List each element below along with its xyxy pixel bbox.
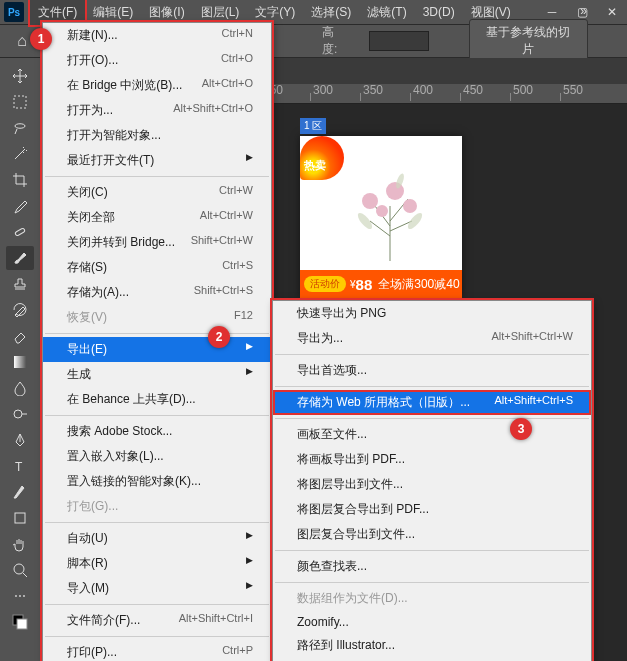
- promo-tag: 活动价: [304, 276, 346, 292]
- move-tool-icon[interactable]: [6, 64, 34, 88]
- file-menu-item[interactable]: 文件简介(F)...Alt+Shift+Ctrl+I: [43, 608, 271, 633]
- export-menu-item[interactable]: 将画板导出到 PDF...: [273, 447, 591, 472]
- brush-tool-icon[interactable]: [6, 246, 34, 270]
- height-label: 高度:: [322, 24, 349, 58]
- artboard[interactable]: 1 区 热卖 活动价 ¥88 全场满300减40: [300, 136, 462, 298]
- edit-toolbar-icon[interactable]: ⋯: [6, 584, 34, 608]
- svg-point-14: [406, 211, 425, 231]
- file-menu-item[interactable]: 在 Behance 上共享(D)...: [43, 387, 271, 412]
- file-menu-item[interactable]: 关闭全部Alt+Ctrl+W: [43, 205, 271, 230]
- heal-tool-icon[interactable]: [6, 220, 34, 244]
- pen-tool-icon[interactable]: [6, 428, 34, 452]
- close-button[interactable]: ✕: [597, 0, 627, 24]
- maximize-button[interactable]: ▢: [567, 0, 597, 24]
- menu-filter[interactable]: 滤镜(T): [359, 0, 414, 25]
- export-menu-item[interactable]: 路径到 Illustrator...: [273, 633, 591, 658]
- hand-tool-icon[interactable]: [6, 532, 34, 556]
- file-menu-item[interactable]: 存储(S)Ctrl+S: [43, 255, 271, 280]
- svg-rect-2: [14, 356, 26, 368]
- svg-rect-1: [15, 228, 26, 236]
- file-menu-item[interactable]: 导出(E)▶: [43, 337, 271, 362]
- svg-point-9: [362, 193, 378, 209]
- shape-tool-icon[interactable]: [6, 506, 34, 530]
- file-menu-item[interactable]: 生成▶: [43, 362, 271, 387]
- history-brush-tool-icon[interactable]: [6, 298, 34, 322]
- svg-point-6: [14, 564, 24, 574]
- home-icon[interactable]: ⌂: [12, 31, 32, 51]
- menu-3d[interactable]: 3D(D): [415, 1, 463, 23]
- tools-panel: T ⋯: [0, 58, 40, 661]
- callout-2: 2: [208, 326, 230, 348]
- file-menu-item[interactable]: 打印(P)...Ctrl+P: [43, 640, 271, 661]
- export-menu-item[interactable]: 数据组作为文件(D)...: [273, 586, 591, 611]
- path-tool-icon[interactable]: [6, 480, 34, 504]
- file-menu-item[interactable]: 在 Bridge 中浏览(B)...Alt+Ctrl+O: [43, 73, 271, 98]
- file-menu-item[interactable]: 打包(G)...: [43, 494, 271, 519]
- marquee-tool-icon[interactable]: [6, 90, 34, 114]
- export-submenu-dropdown: 快速导出为 PNG导出为...Alt+Shift+Ctrl+W导出首选项...存…: [272, 300, 592, 661]
- menu-file[interactable]: 文件(F): [30, 0, 85, 25]
- file-menu-item[interactable]: 关闭(C)Ctrl+W: [43, 180, 271, 205]
- export-menu-item[interactable]: 图层复合导出到文件...: [273, 522, 591, 547]
- svg-point-13: [356, 211, 375, 231]
- file-menu-item[interactable]: 自动(U)▶: [43, 526, 271, 551]
- slice-button[interactable]: 基于参考线的切片: [469, 19, 588, 63]
- svg-text:T: T: [15, 460, 23, 474]
- menu-layer[interactable]: 图层(L): [193, 0, 248, 25]
- file-menu-item[interactable]: 导入(M)▶: [43, 576, 271, 601]
- svg-point-12: [376, 205, 388, 217]
- file-menu-item[interactable]: 打开(O)...Ctrl+O: [43, 48, 271, 73]
- callout-3: 3: [510, 418, 532, 440]
- color-swatch-icon[interactable]: [6, 610, 34, 634]
- height-input[interactable]: [369, 31, 429, 51]
- lasso-tool-icon[interactable]: [6, 116, 34, 140]
- product-image: [340, 166, 440, 266]
- gradient-tool-icon[interactable]: [6, 350, 34, 374]
- promo-price: 88: [356, 276, 373, 293]
- file-menu-item[interactable]: 脚本(R)▶: [43, 551, 271, 576]
- svg-point-3: [14, 410, 22, 418]
- minimize-button[interactable]: ─: [537, 0, 567, 24]
- svg-rect-5: [15, 513, 25, 523]
- file-menu-item[interactable]: 新建(N)...Ctrl+N: [43, 23, 271, 48]
- export-menu-item[interactable]: 存储为 Web 所用格式（旧版）...Alt+Shift+Ctrl+S: [273, 390, 591, 415]
- stamp-tool-icon[interactable]: [6, 272, 34, 296]
- export-menu-item[interactable]: 导出首选项...: [273, 358, 591, 383]
- file-menu-item[interactable]: 关闭并转到 Bridge...Shift+Ctrl+W: [43, 230, 271, 255]
- dodge-tool-icon[interactable]: [6, 402, 34, 426]
- file-menu-item[interactable]: 最近打开文件(T)▶: [43, 148, 271, 173]
- export-menu-item[interactable]: 将图层导出到文件...: [273, 472, 591, 497]
- promo-text: 全场满300减40: [378, 276, 459, 293]
- svg-point-11: [403, 199, 417, 213]
- menu-edit[interactable]: 编辑(E): [85, 0, 141, 25]
- export-menu-item[interactable]: 将图层复合导出到 PDF...: [273, 497, 591, 522]
- eyedropper-tool-icon[interactable]: [6, 194, 34, 218]
- wand-tool-icon[interactable]: [6, 142, 34, 166]
- file-menu-item[interactable]: 存储为(A)...Shift+Ctrl+S: [43, 280, 271, 305]
- callout-1: 1: [30, 28, 52, 50]
- menu-image[interactable]: 图像(I): [141, 0, 192, 25]
- export-menu-item[interactable]: 导出为...Alt+Shift+Ctrl+W: [273, 326, 591, 351]
- file-menu-item[interactable]: 恢复(V)F12: [43, 305, 271, 330]
- file-menu-item[interactable]: 搜索 Adobe Stock...: [43, 419, 271, 444]
- svg-rect-8: [17, 619, 27, 629]
- blur-tool-icon[interactable]: [6, 376, 34, 400]
- export-menu-item[interactable]: 画板至文件...: [273, 422, 591, 447]
- menu-type[interactable]: 文字(Y): [247, 0, 303, 25]
- file-menu-item[interactable]: 打开为...Alt+Shift+Ctrl+O: [43, 98, 271, 123]
- file-menu-dropdown: 新建(N)...Ctrl+N打开(O)...Ctrl+O在 Bridge 中浏览…: [42, 22, 272, 661]
- file-menu-item[interactable]: 置入嵌入对象(L)...: [43, 444, 271, 469]
- type-tool-icon[interactable]: T: [6, 454, 34, 478]
- svg-rect-0: [14, 96, 26, 108]
- artboard-label: 1 区: [300, 118, 326, 134]
- eraser-tool-icon[interactable]: [6, 324, 34, 348]
- zoom-tool-icon[interactable]: [6, 558, 34, 582]
- file-menu-item[interactable]: 打开为智能对象...: [43, 123, 271, 148]
- crop-tool-icon[interactable]: [6, 168, 34, 192]
- menu-select[interactable]: 选择(S): [303, 0, 359, 25]
- file-menu-item[interactable]: 置入链接的智能对象(K)...: [43, 469, 271, 494]
- export-menu-item[interactable]: 快速导出为 PNG: [273, 301, 591, 326]
- export-menu-item[interactable]: 颜色查找表...: [273, 554, 591, 579]
- hot-sale-badge: 热卖: [300, 136, 344, 180]
- export-menu-item[interactable]: Zoomify...: [273, 611, 591, 633]
